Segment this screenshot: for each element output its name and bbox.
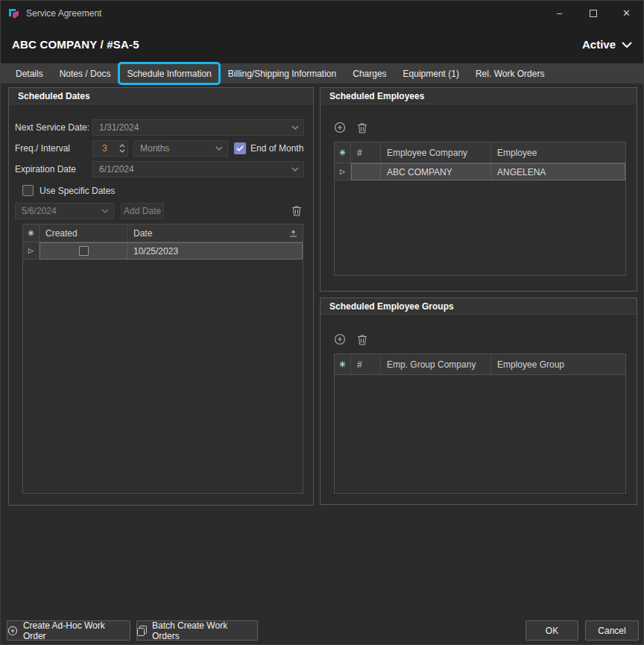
expiration-date-value: 6/1/2024: [99, 164, 134, 174]
tab-label: Charges: [353, 69, 386, 79]
row-expand-arrow[interactable]: ▷: [23, 242, 40, 259]
end-of-month-label: End of Month: [250, 140, 303, 157]
use-specific-dates-checkbox[interactable]: [22, 185, 34, 196]
table-row[interactable]: ▷ 10/25/2023: [23, 242, 303, 259]
tab-charges[interactable]: Charges: [344, 63, 394, 84]
expand-icon: ▷: [28, 247, 34, 254]
column-header-created[interactable]: Created: [40, 224, 127, 242]
scheduled-dates-header: Scheduled Dates: [9, 88, 313, 104]
grid-indicator-header: [23, 224, 40, 242]
minimize-button[interactable]: –: [543, 1, 576, 25]
row-expand-arrow[interactable]: ▷: [335, 163, 351, 180]
row-cells: 10/25/2023: [40, 242, 303, 259]
tab-label: Details: [16, 69, 43, 79]
scheduled-employees-panel: Scheduled Employees # Employee Company E: [320, 87, 637, 292]
cancel-label: Cancel: [598, 626, 625, 636]
grid-indicator-header: [335, 354, 351, 374]
trash-icon: [357, 122, 367, 133]
create-adhoc-work-order-button[interactable]: Create Ad-Hoc Work Order: [7, 620, 130, 641]
close-button[interactable]: ✕: [610, 1, 643, 25]
circle-plus-icon: [334, 333, 346, 345]
cell-employee-company[interactable]: ABC COMPANY: [381, 164, 491, 180]
maximize-button[interactable]: [576, 1, 610, 25]
tab-bar: Details Notes / Docs Schedule Informatio…: [1, 63, 643, 84]
circle-plus-icon: [7, 626, 18, 636]
add-employee-group-button[interactable]: [333, 333, 347, 346]
column-header-employee[interactable]: Employee: [491, 142, 625, 163]
freq-interval-value: 3: [93, 141, 116, 156]
tab-rel-work-orders[interactable]: Rel. Work Orders: [467, 63, 552, 84]
indicator-asterisk-icon: [339, 361, 346, 368]
check-icon: [236, 145, 244, 151]
ok-button[interactable]: OK: [525, 620, 578, 641]
column-header-employee-group[interactable]: Employee Group: [491, 354, 625, 374]
record-title: ABC COMPANY / #SA-5: [12, 38, 139, 51]
indicator-asterisk-icon: [339, 149, 346, 156]
add-employee-button[interactable]: [333, 121, 347, 134]
employees-grid-header: # Employee Company Employee: [335, 142, 625, 163]
column-header-employee-company[interactable]: Employee Company: [381, 142, 491, 163]
trash-icon: [291, 205, 302, 216]
expiration-date-field[interactable]: 6/1/2024: [92, 161, 304, 177]
chevron-up-icon: [119, 144, 125, 148]
row-cells: ABC COMPANY ANGELENA: [351, 163, 625, 180]
column-header-number[interactable]: #: [351, 142, 381, 163]
tab-notes-docs[interactable]: Notes / Docs: [51, 63, 119, 84]
status-dropdown[interactable]: Active: [582, 38, 632, 51]
column-header-date[interactable]: Date: [127, 224, 303, 242]
delete-date-button[interactable]: [290, 204, 303, 217]
tab-label: Equipment (1): [403, 69, 459, 79]
minimize-icon: –: [557, 7, 562, 19]
window-title: Service Agreement: [26, 8, 101, 19]
documents-icon: [137, 626, 147, 636]
column-label: Employee: [497, 148, 537, 158]
created-checkbox[interactable]: [79, 246, 89, 256]
expiration-date-label: Expiration Date: [15, 161, 76, 177]
maximize-icon: [590, 10, 597, 17]
stepper-arrows[interactable]: [116, 141, 127, 156]
cell-created[interactable]: [40, 243, 127, 259]
app-icon: [8, 7, 20, 19]
use-specific-dates-label: Use Specific Dates: [40, 183, 115, 199]
panel-title: Scheduled Dates: [18, 91, 90, 101]
freq-interval-stepper[interactable]: 3: [92, 140, 128, 157]
add-date-button[interactable]: Add Date: [121, 203, 164, 219]
employee-value: ANGELENA: [497, 167, 546, 177]
freq-unit-select[interactable]: Months: [133, 140, 228, 157]
end-of-month-checkbox[interactable]: [234, 142, 246, 154]
column-header-emp-group-company[interactable]: Emp. Group Company: [381, 354, 491, 374]
chevron-down-icon: [215, 146, 223, 151]
delete-employee-group-button[interactable]: [356, 333, 369, 346]
new-date-field[interactable]: 5/6/2024: [15, 203, 114, 219]
tab-details[interactable]: Details: [7, 63, 51, 84]
scheduled-employees-header: Scheduled Employees: [321, 88, 637, 104]
batch-create-work-orders-button[interactable]: Batch Create Work Orders: [136, 620, 258, 641]
column-label: Employee Company: [387, 148, 467, 158]
cancel-button[interactable]: Cancel: [585, 620, 639, 641]
tab-label: Billing/Shipping Information: [228, 69, 336, 79]
column-header-number[interactable]: #: [351, 354, 381, 374]
cell-number[interactable]: [352, 164, 381, 180]
cell-employee[interactable]: ANGELENA: [491, 164, 625, 180]
indicator-asterisk-icon: [28, 230, 34, 236]
chevron-down-icon: [291, 125, 299, 130]
service-agreement-window: Service Agreement – ✕ ABC COMPANY / #SA-…: [0, 0, 644, 645]
scheduled-employee-groups-panel: Scheduled Employee Groups # Emp. Group C…: [320, 298, 637, 505]
tab-billing-shipping[interactable]: Billing/Shipping Information: [220, 63, 344, 84]
grid-indicator-header: [335, 142, 351, 163]
next-service-date-field[interactable]: 1/31/2024: [92, 119, 304, 136]
freq-unit-value: Months: [140, 143, 169, 154]
column-label: Emp. Group Company: [387, 359, 476, 370]
status-value: Active: [582, 38, 616, 51]
tab-schedule-information[interactable]: Schedule Information: [119, 63, 219, 84]
record-header: ABC COMPANY / #SA-5 Active: [1, 25, 643, 63]
delete-employee-button[interactable]: [356, 121, 369, 134]
tab-equipment[interactable]: Equipment (1): [395, 63, 467, 84]
add-date-label: Add Date: [124, 206, 161, 216]
sort-icon[interactable]: [289, 230, 297, 237]
table-row[interactable]: ▷ ABC COMPANY ANGELENA: [335, 163, 625, 180]
tab-label: Notes / Docs: [60, 69, 111, 79]
panel-title: Scheduled Employee Groups: [329, 301, 454, 312]
ok-label: OK: [546, 626, 558, 636]
cell-date[interactable]: 10/25/2023: [127, 243, 302, 259]
